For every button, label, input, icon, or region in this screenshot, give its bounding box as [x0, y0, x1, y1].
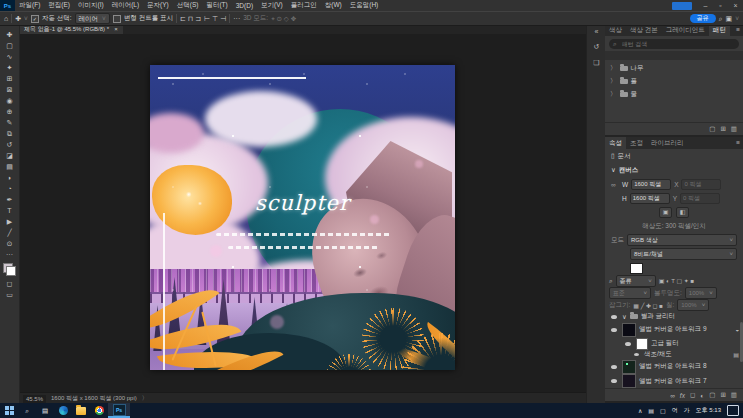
hue-saturation-filter-row[interactable]: 색조/채도 ▤ — [605, 350, 743, 359]
canvas-color-swatch[interactable] — [630, 263, 643, 274]
delete-layer-icon[interactable]: ▥ — [731, 391, 737, 399]
menu-filter[interactable]: 필터(T) — [202, 1, 231, 10]
marquee-tool[interactable]: ▢ — [0, 40, 19, 51]
menu-type[interactable]: 문자(Y) — [143, 1, 173, 10]
bit-depth-dropdown[interactable]: 8비트/채널 ˅ — [630, 248, 737, 260]
smart-filter-mask-thumbnail[interactable] — [636, 338, 648, 350]
move-tool[interactable]: ✚ — [0, 29, 19, 40]
status-chevron-icon[interactable]: 〉 — [142, 394, 148, 403]
background-color-swatch[interactable] — [6, 266, 16, 276]
delete-icon[interactable]: ▥ — [731, 125, 737, 133]
visibility-eye-icon[interactable] — [623, 342, 633, 346]
visibility-eye-icon[interactable] — [609, 365, 619, 369]
tray-icon[interactable]: ▢ — [660, 407, 666, 414]
crop-canvas-icon[interactable]: ◧ — [676, 207, 689, 218]
filter-kind-dropdown[interactable]: 종류 ˅ — [616, 275, 656, 287]
new-group-icon[interactable]: ▢ — [709, 391, 715, 399]
opacity-dropdown[interactable]: 100% ˅ — [685, 287, 717, 299]
tray-expand-icon[interactable]: ∧ — [638, 407, 642, 414]
visibility-eye-icon[interactable] — [609, 379, 619, 383]
menu-select[interactable]: 선택(S) — [173, 1, 203, 10]
adjustment-layer-icon[interactable]: ◐ — [700, 392, 704, 399]
visibility-eye-icon[interactable] — [631, 353, 641, 356]
menu-layer[interactable]: 레이어(L) — [108, 1, 143, 10]
auto-select-checkbox[interactable]: ✓ — [31, 15, 39, 23]
pattern-group-row[interactable]: 〉 나무 — [605, 62, 743, 75]
transform-controls-checkbox[interactable] — [113, 15, 121, 23]
history-brush-tool[interactable]: ↺ — [0, 139, 19, 150]
edit-toolbar-icon[interactable]: ··· — [0, 249, 19, 260]
color-swatches[interactable] — [3, 263, 16, 276]
chevron-right-icon[interactable]: 〉 — [610, 77, 617, 86]
fill-dropdown[interactable]: 100% ˅ — [677, 299, 709, 311]
brush-tool[interactable]: ✎ — [0, 117, 19, 128]
width-field[interactable] — [631, 179, 671, 190]
ime-mode-indicator[interactable]: 가 — [684, 406, 690, 415]
menu-3d[interactable]: 3D(D) — [232, 2, 257, 9]
chevron-right-icon[interactable]: 〉 — [610, 64, 617, 73]
taskbar-search-button[interactable]: ⌕ — [18, 403, 36, 418]
zoom-tool[interactable]: ⊙ — [0, 238, 19, 249]
visibility-eye-icon[interactable] — [609, 328, 619, 332]
eyedropper-tool[interactable]: ◉ — [0, 95, 19, 106]
file-explorer-button[interactable] — [72, 403, 90, 418]
new-group-icon[interactable]: ▢ — [709, 125, 715, 133]
align-icons[interactable]: ⊏ ⊓ ⊐ — [180, 15, 201, 23]
menu-help[interactable]: 도움말(H) — [346, 1, 383, 10]
tab-libraries[interactable]: 라이브러리 — [647, 137, 688, 149]
workspace-icon[interactable]: ▣ — [726, 15, 733, 23]
collapse-panels-icon[interactable]: « — [595, 28, 599, 35]
quick-mask-button[interactable]: ◻ — [0, 278, 19, 289]
screen-mode-button[interactable]: ▭ — [0, 289, 19, 300]
layer-row[interactable]: 앨범 커버용 아트워크 8 — [605, 359, 743, 374]
filter-blend-options-icon[interactable]: ▤ — [733, 351, 739, 358]
workspace-caret-icon[interactable]: ˅ — [735, 15, 739, 22]
smart-filter-badge-icon[interactable]: ◒ — [735, 327, 739, 333]
history-panel-icon[interactable]: ↺ — [594, 43, 600, 51]
link-layers-icon[interactable]: ∞ — [670, 392, 675, 399]
y-field[interactable] — [680, 193, 720, 204]
canvas-section-header[interactable]: ∨ 캔버스 — [605, 163, 743, 177]
menu-image[interactable]: 이미지(I) — [74, 1, 108, 10]
artwork-canvas[interactable]: sculpter — [150, 65, 455, 370]
start-button[interactable] — [0, 403, 18, 418]
move-tool-icon[interactable]: ✚ — [15, 15, 21, 23]
layer-thumbnail[interactable] — [622, 374, 636, 388]
layer-effects-icon[interactable]: fx — [680, 392, 685, 399]
layer-filter-icons[interactable]: ▣ ◐ T ▢ ✦ ■ — [659, 277, 694, 284]
crop-tool[interactable]: ⊞ — [0, 73, 19, 84]
tab-adjustments[interactable]: 조정 — [626, 137, 647, 149]
more-options-icon[interactable]: ··· — [233, 15, 240, 22]
eraser-tool[interactable]: ◪ — [0, 150, 19, 161]
add-mask-icon[interactable]: ◻ — [690, 391, 695, 399]
menu-view[interactable]: 보기(V) — [257, 1, 287, 10]
link-wh-icon[interactable]: ∞ — [611, 181, 619, 188]
canvas-pasteboard[interactable]: sculpter — [19, 34, 586, 392]
close-button[interactable]: × — [728, 2, 743, 9]
healing-brush-tool[interactable]: ⊕ — [0, 106, 19, 117]
task-view-button[interactable]: ▤ — [36, 403, 54, 418]
clone-stamp-tool[interactable]: ⧉ — [0, 128, 19, 139]
menu-edit[interactable]: 편집(E) — [44, 1, 74, 10]
type-tool[interactable]: T — [0, 205, 19, 216]
panel-menu-icon[interactable]: ≡ — [733, 137, 743, 149]
menu-window[interactable]: 창(W) — [321, 1, 346, 10]
layer-row[interactable]: 앨범 커버용 아트워크 7 — [605, 374, 743, 388]
chevron-down-icon[interactable]: ∨ — [622, 313, 627, 321]
taskbar-clock[interactable]: 오후 5:13 — [696, 406, 721, 415]
edge-app-button[interactable] — [54, 403, 72, 418]
blend-mode-dropdown[interactable]: 표준 ˅ — [609, 287, 651, 299]
photoshop-taskbar-button[interactable]: Ps — [108, 403, 130, 418]
status-zoom-level[interactable]: 45.5% — [23, 395, 46, 403]
pattern-search-input[interactable] — [620, 40, 735, 48]
pattern-search-box[interactable]: ⌕ — [609, 39, 739, 49]
share-button[interactable]: 공유 — [690, 14, 716, 23]
new-layer-icon[interactable]: ⊞ — [720, 391, 725, 399]
blur-tool[interactable]: ◗ — [0, 172, 19, 183]
tab-properties[interactable]: 속성 — [605, 137, 626, 149]
chevron-down-icon[interactable]: ∨ — [611, 166, 616, 174]
layer-thumbnail[interactable] — [622, 323, 636, 337]
rotate-canvas-icon[interactable]: ▣ — [659, 207, 672, 218]
move-tool-caret-icon[interactable]: ˅ — [24, 15, 28, 22]
visibility-eye-icon[interactable] — [609, 315, 619, 319]
